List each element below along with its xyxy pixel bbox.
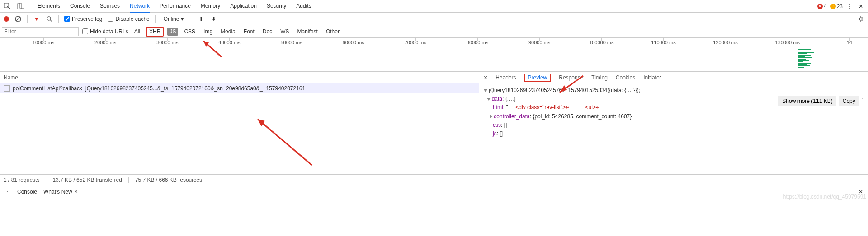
disable-cache-label: Disable cache (115, 16, 149, 22)
tab-timing[interactable]: Timing (591, 73, 608, 83)
preview-val-data: {,…} (505, 96, 516, 102)
hide-urls-label: Hide data URLs (90, 28, 128, 35)
error-count[interactable]: ✕4 (817, 3, 827, 9)
filter-ws[interactable]: WS (278, 28, 291, 36)
preserve-log-checkbox[interactable]: Preserve log (64, 16, 102, 22)
filter-all[interactable]: All (132, 28, 142, 36)
gear-icon[interactable] (857, 15, 864, 23)
preview-val-js: [] (500, 130, 503, 137)
filter-doc[interactable]: Doc (260, 28, 274, 36)
preserve-log-label: Preserve log (72, 16, 102, 22)
svg-line-6 (50, 20, 52, 22)
request-list: Name poiCommentListApi?callback=jQuery18… (0, 72, 479, 174)
tab-elements[interactable]: Elements (38, 0, 60, 13)
divider (192, 15, 192, 23)
close-icon[interactable]: ✕ (74, 189, 78, 194)
kebab-icon[interactable]: ⋮ (846, 3, 854, 10)
tab-network[interactable]: Network (130, 0, 150, 13)
preview-line-root: jQuery18102698237405245767_1579401525334… (489, 87, 640, 93)
divider (46, 177, 46, 183)
divider (128, 177, 129, 183)
filter-css[interactable]: CSS (182, 28, 198, 36)
drawer-console-label: Console (17, 189, 37, 195)
filter-font[interactable]: Font (241, 28, 257, 36)
tab-audits[interactable]: Audits (296, 0, 311, 13)
filter-img[interactable]: Img (201, 28, 215, 36)
tab-security[interactable]: Security (267, 0, 286, 13)
status-requests: 1 / 81 requests (4, 177, 39, 183)
tab-preview[interactable]: Preview (528, 73, 547, 83)
preview-key-controller: controller_data (494, 113, 529, 120)
warn-count-value: 23 (837, 3, 843, 9)
column-header-name[interactable]: Name (0, 72, 479, 83)
status-bar: 1 / 81 requests 13.7 KB / 652 KB transfe… (0, 175, 868, 185)
drawer: ⋮ Console What's New ✕ ✕ (0, 185, 868, 198)
request-row[interactable]: poiCommentListApi?callback=jQuery1810269… (0, 83, 479, 93)
show-more-button[interactable]: Show more (111 KB) (778, 96, 836, 106)
clear-icon[interactable] (14, 15, 22, 23)
status-resources: 75.7 KB / 666 KB resources (135, 177, 202, 183)
tab-cookies[interactable]: Cookies (616, 73, 635, 83)
detail-pane: × Headers Preview Response Timing Cookie… (479, 72, 868, 174)
tab-headers[interactable]: Headers (495, 73, 516, 83)
filter-input[interactable] (2, 27, 79, 36)
filter-bar: Hide data URLs All XHR JS CSS Img Media … (0, 25, 868, 38)
filter-manifest[interactable]: Manifest (295, 28, 320, 36)
disable-cache-checkbox[interactable]: Disable cache (108, 16, 149, 22)
device-icon[interactable] (17, 3, 24, 10)
svg-line-4 (16, 17, 20, 21)
inspect-icon[interactable] (4, 3, 11, 10)
copy-button[interactable]: Copy (839, 96, 859, 106)
preview-html-snippet2: <ul>↵ (585, 104, 600, 111)
preview-key-css: css (493, 122, 501, 128)
network-toolbar: ▼ Preserve log Disable cache Online▾ ⬆ ⬇ (0, 13, 868, 25)
close-icon[interactable]: ✕ (857, 3, 864, 10)
close-detail-icon[interactable]: × (484, 74, 487, 81)
status-transferred: 13.7 KB / 652 KB transferred (52, 177, 122, 183)
tab-response[interactable]: Response (559, 73, 583, 83)
preview-key-data: data (492, 96, 502, 102)
watermark: https://blog.csdn.net/qq_45979591 (783, 194, 866, 200)
panes: Name poiCommentListApi?callback=jQuery18… (0, 72, 868, 175)
throttle-select[interactable]: Online▾ (161, 16, 187, 22)
drawer-tab-console[interactable]: Console (17, 189, 37, 195)
tab-application[interactable]: Application (230, 0, 257, 13)
kebab-icon[interactable]: ⋮ (4, 188, 11, 195)
hide-urls-checkbox[interactable]: Hide data URLs (82, 28, 128, 35)
search-icon[interactable] (46, 15, 53, 23)
preview-body[interactable]: jQuery18102698237405245767_1579401525334… (479, 83, 868, 141)
preview-val-controller: {poi_id: 5426285, comment_count: 4607} (533, 113, 632, 120)
svg-point-7 (859, 18, 862, 20)
download-icon[interactable]: ⬇ (210, 15, 217, 23)
divider (27, 15, 28, 23)
error-count-value: 4 (824, 3, 827, 9)
filter-xhr[interactable]: XHR (146, 27, 164, 37)
divider (58, 15, 59, 23)
filter-other[interactable]: Other (324, 28, 342, 36)
tab-console[interactable]: Console (70, 0, 90, 13)
preview-key-html: html (493, 104, 503, 111)
filter-media[interactable]: Media (218, 28, 238, 36)
tab-performance[interactable]: Performance (160, 0, 191, 13)
drawer-whatsnew-label: What's New (43, 189, 72, 195)
tab-sources[interactable]: Sources (100, 0, 120, 13)
preview-html-snippet1: <div class="rev-list">↵ (515, 104, 570, 111)
filter-js[interactable]: JS (167, 28, 178, 36)
divider (31, 3, 31, 10)
throttle-label: Online (164, 16, 179, 22)
preview-val-css: [] (504, 122, 507, 128)
trail-quote: " (862, 96, 863, 106)
record-icon[interactable] (4, 16, 9, 22)
upload-icon[interactable]: ⬆ (198, 15, 205, 23)
drawer-tab-whatsnew[interactable]: What's New ✕ (43, 189, 78, 195)
timeline-overview[interactable]: 10000 ms20000 ms30000 ms40000 ms50000 ms… (0, 38, 868, 72)
request-name: poiCommentListApi?callback=jQuery1810269… (13, 85, 305, 92)
warn-count[interactable]: !23 (830, 3, 843, 9)
waterfall-bars (798, 49, 814, 68)
tab-initiator[interactable]: Initiator (643, 73, 661, 83)
preview-val-html: " (506, 104, 508, 111)
tab-memory[interactable]: Memory (201, 0, 220, 13)
filter-icon[interactable]: ▼ (33, 15, 40, 23)
chevron-down-icon: ▾ (181, 16, 184, 22)
main-tabs: Elements Console Sources Network Perform… (38, 0, 811, 13)
